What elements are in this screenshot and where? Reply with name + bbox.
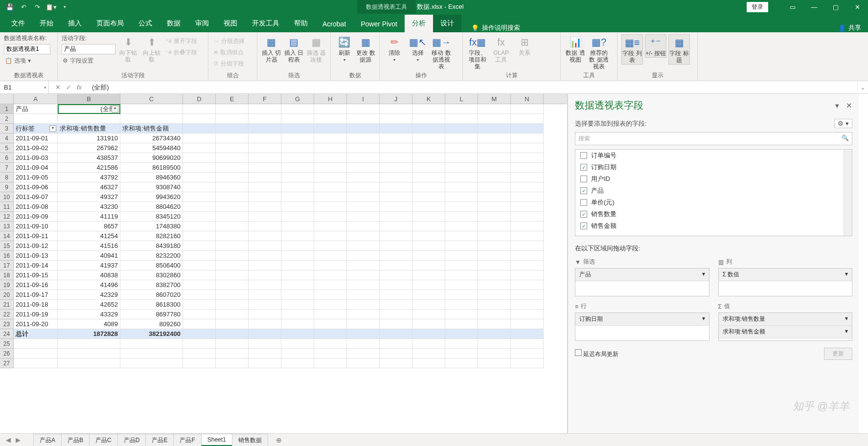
cell[interactable] xyxy=(412,300,445,310)
move-pivot-button[interactable]: ▦→移动 数据透视表 xyxy=(431,34,452,70)
cell[interactable] xyxy=(183,290,216,300)
cell[interactable]: 4089 xyxy=(58,319,120,329)
add-sheet-button[interactable]: ⊕ xyxy=(273,436,285,444)
cell[interactable] xyxy=(249,339,281,349)
column-header[interactable]: F xyxy=(249,94,281,104)
cell[interactable] xyxy=(412,349,445,358)
cell[interactable] xyxy=(183,114,216,124)
sheet-tab[interactable]: Sheet1 xyxy=(201,434,232,446)
cell[interactable] xyxy=(380,280,412,290)
cell[interactable] xyxy=(281,202,314,212)
defer-update-checkbox[interactable]: 延迟布局更新 xyxy=(575,349,618,358)
row-header[interactable]: 19 xyxy=(0,280,14,290)
cell[interactable] xyxy=(216,114,249,124)
cell[interactable] xyxy=(478,270,511,280)
cell[interactable] xyxy=(412,124,445,134)
cell[interactable] xyxy=(347,163,380,173)
filter-area[interactable]: 产品▾ xyxy=(575,268,709,296)
filter-dropdown-icon[interactable]: ▾ xyxy=(112,106,118,112)
cell[interactable] xyxy=(14,349,58,358)
cell[interactable]: 行标签▾ xyxy=(14,124,58,134)
tab-developer[interactable]: 开发工具 xyxy=(245,15,287,32)
column-header[interactable]: A xyxy=(14,94,58,104)
cell[interactable]: 8506400 xyxy=(120,261,183,270)
cell[interactable]: 438537 xyxy=(58,153,120,163)
cell[interactable] xyxy=(216,124,249,134)
cell[interactable] xyxy=(183,319,216,329)
cell[interactable] xyxy=(412,241,445,251)
close-icon[interactable]: ✕ xyxy=(846,0,868,14)
clear-button[interactable]: ✏清除▾ xyxy=(384,34,405,62)
cell[interactable] xyxy=(281,134,314,143)
cell[interactable] xyxy=(314,192,347,202)
cell[interactable] xyxy=(412,251,445,261)
cell[interactable] xyxy=(281,182,314,192)
cell[interactable] xyxy=(314,222,347,231)
cell[interactable] xyxy=(58,339,120,349)
cell[interactable] xyxy=(380,270,412,280)
cell[interactable] xyxy=(249,202,281,212)
cell[interactable] xyxy=(216,251,249,261)
filter-connections-button[interactable]: ▦筛选 器连接 xyxy=(306,34,326,64)
cell[interactable] xyxy=(216,173,249,182)
cell[interactable] xyxy=(216,143,249,153)
cell[interactable] xyxy=(380,319,412,329)
cell[interactable] xyxy=(249,300,281,310)
cell[interactable] xyxy=(183,261,216,270)
cell[interactable]: 41496 xyxy=(58,280,120,290)
cell[interactable]: 2011-09-09 xyxy=(14,212,58,222)
cell[interactable] xyxy=(478,251,511,261)
cell[interactable] xyxy=(478,173,511,182)
cell[interactable] xyxy=(58,358,120,368)
cell[interactable]: 8946360 xyxy=(120,173,183,182)
cell[interactable]: (全部)▾ xyxy=(58,104,120,114)
cell[interactable] xyxy=(120,349,183,358)
cell[interactable] xyxy=(478,280,511,290)
cell[interactable] xyxy=(478,182,511,192)
cell[interactable] xyxy=(445,202,478,212)
cell[interactable] xyxy=(249,241,281,251)
cell[interactable] xyxy=(511,241,544,251)
cell[interactable] xyxy=(478,104,511,114)
row-header[interactable]: 23 xyxy=(0,319,14,329)
cell[interactable]: 41119 xyxy=(58,212,120,222)
qat-more-icon[interactable]: ▾ xyxy=(59,2,70,12)
cell[interactable] xyxy=(183,241,216,251)
cell[interactable] xyxy=(249,212,281,222)
cell[interactable] xyxy=(120,358,183,368)
cell[interactable] xyxy=(314,104,347,114)
cell[interactable] xyxy=(380,153,412,163)
cell[interactable] xyxy=(478,192,511,202)
cell[interactable] xyxy=(347,339,380,349)
cell[interactable] xyxy=(380,163,412,173)
cell[interactable] xyxy=(380,241,412,251)
scrollbar[interactable] xyxy=(844,150,852,236)
cell[interactable]: 2011-09-05 xyxy=(14,173,58,182)
cell[interactable] xyxy=(281,319,314,329)
sheet-tab[interactable]: 产品E xyxy=(145,434,174,446)
cell[interactable] xyxy=(511,270,544,280)
cell[interactable] xyxy=(511,261,544,270)
cell[interactable] xyxy=(281,329,314,339)
row-header[interactable]: 18 xyxy=(0,270,14,280)
cell[interactable] xyxy=(183,212,216,222)
cell[interactable] xyxy=(380,261,412,270)
cell[interactable]: 2011-09-03 xyxy=(14,153,58,163)
cell[interactable] xyxy=(314,143,347,153)
column-header[interactable]: N xyxy=(511,94,544,104)
cell[interactable] xyxy=(281,114,314,124)
cell[interactable] xyxy=(445,280,478,290)
cell[interactable] xyxy=(58,114,120,124)
cell[interactable] xyxy=(249,349,281,358)
cell[interactable]: 总计 xyxy=(14,329,58,339)
cell[interactable] xyxy=(183,134,216,143)
plus-minus-toggle[interactable]: ⁺⁻+/- 按钮 xyxy=(645,34,666,58)
column-header[interactable]: C xyxy=(120,94,183,104)
cell[interactable] xyxy=(347,300,380,310)
cell[interactable]: 2011-09-16 xyxy=(14,280,58,290)
cell[interactable] xyxy=(314,339,347,349)
cell[interactable] xyxy=(380,192,412,202)
cell[interactable] xyxy=(347,114,380,124)
cell[interactable] xyxy=(314,202,347,212)
cell[interactable] xyxy=(412,163,445,173)
